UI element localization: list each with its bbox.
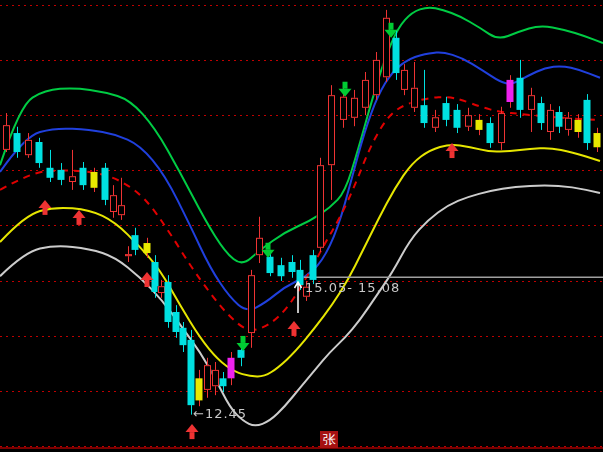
price-range-label: 15.05- 15.08 bbox=[305, 280, 400, 295]
event-marker-badge[interactable]: 张 bbox=[320, 431, 338, 448]
low-price-label: ←12.45 bbox=[193, 406, 247, 421]
stock-chart-window: 15.05- 15.08 ←12.45 张 bbox=[0, 0, 603, 452]
price-chart-canvas[interactable] bbox=[0, 0, 603, 452]
